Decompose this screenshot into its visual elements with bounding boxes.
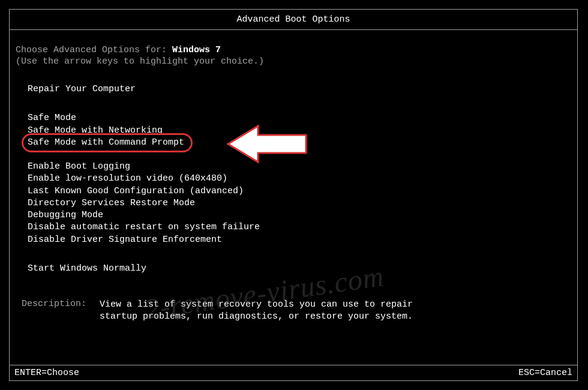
option-low-res[interactable]: Enable low-resolution video (640x480)	[28, 173, 571, 185]
option-safe-mode-networking[interactable]: Safe Mode with Networking	[28, 125, 571, 137]
description-text: View a list of system recovery tools you…	[100, 299, 436, 323]
option-repair[interactable]: Repair Your Computer	[28, 83, 571, 95]
footer-bar: ENTER=Choose ESC=Cancel	[10, 365, 577, 380]
option-start-normally[interactable]: Start Windows Normally	[28, 263, 571, 275]
arrow-hint: (Use the arrow keys to highlight your ch…	[16, 56, 571, 67]
option-disable-restart[interactable]: Disable automatic restart on system fail…	[28, 221, 571, 233]
footer-esc: ESC=Cancel	[518, 368, 572, 378]
option-safe-mode[interactable]: Safe Mode	[28, 112, 571, 124]
choose-line: Choose Advanced Options for: Windows 7	[16, 45, 571, 55]
choose-prefix: Choose Advanced Options for:	[16, 45, 172, 55]
description-label: Description:	[22, 299, 100, 323]
option-last-known[interactable]: Last Known Good Configuration (advanced)	[28, 185, 571, 197]
highlighted-option-wrapper: Safe Mode with Command Prompt	[28, 137, 184, 149]
content-area: Choose Advanced Options for: Windows 7 (…	[10, 30, 577, 323]
title-bar: Advanced Boot Options	[10, 10, 577, 30]
option-boot-logging[interactable]: Enable Boot Logging	[28, 161, 571, 173]
option-disable-driver-sig[interactable]: Disable Driver Signature Enforcement	[28, 234, 571, 246]
safe-mode-section: Safe Mode Safe Mode with Networking Safe…	[16, 112, 571, 149]
option-ds-restore[interactable]: Directory Services Restore Mode	[28, 197, 571, 209]
boot-options-frame: Advanced Boot Options Choose Advanced Op…	[9, 9, 578, 381]
footer-enter: ENTER=Choose	[14, 368, 79, 378]
repair-section: Repair Your Computer	[16, 83, 571, 95]
os-name: Windows 7	[172, 45, 221, 55]
description-block: Description: View a list of system recov…	[16, 299, 571, 323]
option-safe-mode-cmd[interactable]: Safe Mode with Command Prompt	[28, 137, 184, 149]
start-normal-section: Start Windows Normally	[16, 263, 571, 275]
other-options-section: Enable Boot Logging Enable low-resolutio…	[16, 161, 571, 246]
option-debugging[interactable]: Debugging Mode	[28, 209, 571, 221]
screen-title: Advanced Boot Options	[236, 14, 350, 25]
